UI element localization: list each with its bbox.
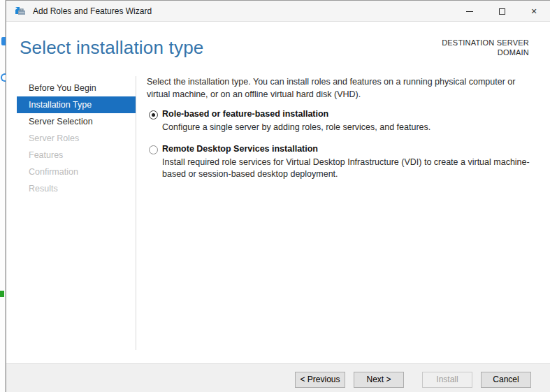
sidebar-item-results: Results	[6, 180, 136, 197]
sidebar-item-confirmation: Confirmation	[6, 164, 136, 180]
minimize-button[interactable]	[454, 1, 486, 22]
sidebar-item-before-you-begin[interactable]: Before You Begin	[6, 80, 136, 96]
install-button: Install	[422, 372, 472, 388]
sidebar-item-installation-type[interactable]: Installation Type	[17, 96, 136, 113]
destination-server-block: DESTINATION SERVER DOMAIN	[442, 38, 529, 57]
installation-type-description: Select the installation type. You can in…	[147, 75, 540, 101]
add-roles-wizard-window: Add Roles and Features Wizard ✕ Select i…	[6, 0, 550, 392]
title-bar: Add Roles and Features Wizard ✕	[6, 1, 550, 22]
sidebar-item-server-selection[interactable]: Server Selection	[6, 113, 136, 130]
background-status-fragment	[0, 291, 4, 297]
server-manager-icon	[15, 6, 26, 17]
page-title: Select installation type	[20, 37, 204, 59]
background-icon-fragment	[1, 73, 6, 82]
option-remote-desktop-label[interactable]: Remote Desktop Services installation	[162, 144, 540, 154]
cancel-button[interactable]: Cancel	[481, 372, 531, 388]
background-window-sliver	[0, 0, 6, 392]
radio-role-based-installation[interactable]	[149, 110, 158, 119]
window-title: Add Roles and Features Wizard	[33, 6, 152, 16]
destination-server-value: DOMAIN	[442, 48, 529, 57]
option-role-based-label[interactable]: Role-based or feature-based installation	[162, 109, 540, 119]
close-button[interactable]: ✕	[518, 1, 550, 22]
previous-button[interactable]: < Previous	[295, 372, 345, 388]
close-icon: ✕	[530, 8, 537, 15]
option-remote-desktop-description: Install required role services for Virtu…	[162, 157, 545, 180]
wizard-footer: < Previous Next > Install Cancel	[6, 363, 550, 392]
screenshot-root: Add Roles and Features Wizard ✕ Select i…	[0, 0, 550, 392]
wizard-steps-nav: Before You Begin Installation Type Serve…	[6, 80, 136, 197]
next-button[interactable]: Next >	[354, 372, 404, 388]
radio-remote-desktop-installation[interactable]	[149, 145, 158, 154]
destination-server-label: DESTINATION SERVER	[442, 38, 529, 48]
window-controls: ✕	[454, 1, 550, 22]
sidebar-item-features: Features	[6, 147, 136, 164]
maximize-button[interactable]	[486, 1, 518, 22]
option-role-based-description: Configure a single server by adding role…	[162, 122, 545, 133]
sidebar-divider	[136, 76, 136, 350]
maximize-icon	[499, 8, 505, 15]
footer-buttons: < Previous Next > Install Cancel	[295, 372, 531, 388]
minimize-icon	[466, 11, 473, 12]
sidebar-item-server-roles: Server Roles	[6, 130, 136, 147]
